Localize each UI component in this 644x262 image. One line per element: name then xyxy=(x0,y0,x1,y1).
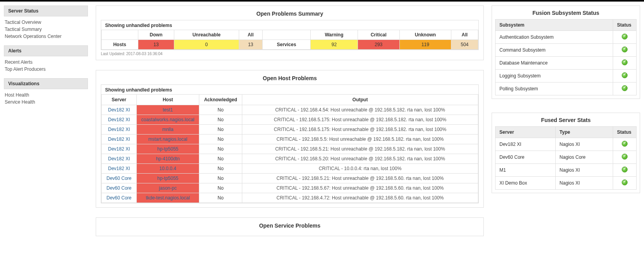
nav-group-header[interactable]: Visualizations xyxy=(4,78,88,89)
showing-label: Showing unhandled problems xyxy=(101,85,478,94)
table-row: Dev182 XI10.0.0.4NoCRITICAL - 10.0.0.4: … xyxy=(102,164,478,174)
host-link[interactable]: mnlla xyxy=(137,125,199,135)
services-unknown-count[interactable]: 119 xyxy=(399,40,451,50)
status-cell xyxy=(613,151,637,164)
host-link[interactable]: test1 xyxy=(137,105,199,115)
ok-icon xyxy=(622,179,628,185)
ack-cell: No xyxy=(199,115,242,125)
status-cell xyxy=(613,164,637,177)
panel-title: Open Problems Summary xyxy=(96,6,483,20)
output-cell: CRITICAL - 192.168.4.72: Host unreachabl… xyxy=(242,193,478,203)
host-link[interactable]: 10.0.0.4 xyxy=(137,164,199,174)
services-critical-count[interactable]: 293 xyxy=(358,40,399,50)
services-all-count[interactable]: 504 xyxy=(451,40,478,50)
nav-item[interactable]: Recent Alerts xyxy=(2,59,88,66)
table-row: Dev182 XImstart.nagios.localNoCRITICAL -… xyxy=(102,135,478,144)
last-updated: Last Updated: 2017-08-03 16:36:04 xyxy=(96,50,483,56)
services-warning-count[interactable]: 92 xyxy=(311,40,358,50)
nav-item[interactable]: Top Alert Producers xyxy=(2,66,88,73)
col-all-hosts: All xyxy=(239,30,262,40)
col-ack: Acknowledged xyxy=(199,95,242,105)
hosts-down-count[interactable]: 13 xyxy=(138,40,174,50)
table-row: Dev60 CoreNagios Core xyxy=(496,151,637,164)
server-link[interactable]: Dev60 Core xyxy=(102,174,137,183)
server-link[interactable]: Dev182 XI xyxy=(102,154,137,164)
open-service-problems-panel: Open Service Problems xyxy=(96,217,484,236)
table-row: Dev60 Coretkde-test.nagios.localNoCRITIC… xyxy=(102,193,478,203)
ack-cell: No xyxy=(199,193,242,203)
ack-cell: No xyxy=(199,154,242,164)
host-link[interactable]: jason-pc xyxy=(137,183,199,193)
nav-item[interactable]: Host Health xyxy=(2,92,88,99)
open-problems-summary-panel: Open Problems Summary Showing unhandled … xyxy=(96,5,484,60)
ok-icon xyxy=(622,167,628,172)
row-services-label: Services xyxy=(262,40,311,50)
ok-icon xyxy=(622,47,628,52)
host-link[interactable]: tkde-test.nagios.local xyxy=(137,193,199,203)
output-cell: CRITICAL - 192.168.5.175: Host unreachab… xyxy=(242,115,478,125)
ok-icon xyxy=(622,141,628,147)
col-unreachable: Unreachable xyxy=(174,30,239,40)
ack-cell: No xyxy=(199,105,242,115)
host-link[interactable]: hp-tp5055 xyxy=(137,144,199,154)
ack-cell: No xyxy=(199,135,242,144)
table-row: XI Demo BoxNagios XI xyxy=(496,177,637,190)
status-cell xyxy=(613,83,637,95)
nav-item[interactable]: Tactical Summary xyxy=(2,26,88,33)
ok-icon xyxy=(622,154,628,160)
host-link[interactable]: coastalworks.nagios.local xyxy=(137,115,199,125)
nav-item[interactable]: Network Operations Center xyxy=(2,33,88,40)
summary-table: Down Unreachable All Warning Critical Un… xyxy=(101,30,478,50)
ok-icon xyxy=(622,72,628,78)
ok-icon xyxy=(622,34,628,39)
server-stats-table: Server Type Status Dev182 XINagios XIDev… xyxy=(495,126,637,190)
right-column: Fusion Subsystem Status Subsystem Status… xyxy=(492,5,640,246)
fusion-subsystem-panel: Fusion Subsystem Status Subsystem Status… xyxy=(492,5,640,99)
output-cell: CRITICAL - 192.168.5.67: Host unreachabl… xyxy=(242,183,478,193)
status-cell xyxy=(613,177,637,190)
host-link[interactable]: mstart.nagios.local xyxy=(137,135,199,144)
hosts-unreachable-count[interactable]: 0 xyxy=(174,40,239,50)
table-row: Dev182 XIhp-4100dtnNoCRITICAL - 192.168.… xyxy=(102,154,478,164)
col-warning: Warning xyxy=(311,30,358,40)
server-type: Nagios Core xyxy=(555,151,613,164)
host-problems-table: Server Host Acknowledged Output Dev182 X… xyxy=(101,94,478,203)
server-link[interactable]: Dev182 XI xyxy=(102,135,137,144)
server-link[interactable]: Dev60 Core xyxy=(102,183,137,193)
hosts-all-count[interactable]: 13 xyxy=(239,40,262,50)
sidebar: Server StatusTactical OverviewTactical S… xyxy=(4,5,88,246)
table-row: M1Nagios XI xyxy=(496,164,637,177)
output-cell: CRITICAL - 192.168.5.21: Host unreachabl… xyxy=(242,144,478,154)
table-row: Dev60 Corejason-pcNoCRITICAL - 192.168.5… xyxy=(102,183,478,193)
subsystem-name: Command Subsystem xyxy=(496,44,613,57)
server-type: Nagios XI xyxy=(555,177,613,190)
server-link[interactable]: Dev182 XI xyxy=(102,164,137,174)
table-row: Logging Subsystem xyxy=(496,70,637,83)
col-critical: Critical xyxy=(358,30,399,40)
ack-cell: No xyxy=(199,164,242,174)
server-link[interactable]: Dev182 XI xyxy=(102,144,137,154)
col-subsystem: Subsystem xyxy=(496,20,613,31)
col-type: Type xyxy=(555,127,613,138)
nav-item[interactable]: Tactical Overview xyxy=(2,19,88,26)
nav-item[interactable]: Service Health xyxy=(2,99,88,106)
server-link[interactable]: Dev182 XI xyxy=(102,115,137,125)
output-cell: CRITICAL - 192.168.5.21: Host unreachabl… xyxy=(242,174,478,183)
table-row: Polling Subsystem xyxy=(496,83,637,95)
nav-group-header[interactable]: Alerts xyxy=(4,45,88,56)
table-row: Dev182 XImnllaNoCRITICAL - 192.168.5.175… xyxy=(102,125,478,135)
server-link[interactable]: Dev182 XI xyxy=(102,105,137,115)
ack-cell: No xyxy=(199,174,242,183)
row-hosts-label: Hosts xyxy=(102,40,138,50)
host-link[interactable]: hp-tp5055 xyxy=(137,174,199,183)
table-row: Database Maintenance xyxy=(496,57,637,70)
showing-label: Showing unhandled problems xyxy=(101,20,478,30)
server-link[interactable]: Dev60 Core xyxy=(102,193,137,203)
server-name: Dev182 XI xyxy=(496,138,556,151)
server-name: XI Demo Box xyxy=(496,177,556,190)
top-divider xyxy=(0,0,644,2)
server-link[interactable]: Dev182 XI xyxy=(102,125,137,135)
host-link[interactable]: hp-4100dtn xyxy=(137,154,199,164)
panel-title: Open Host Problems xyxy=(96,70,483,84)
nav-group-header[interactable]: Server Status xyxy=(4,5,88,16)
